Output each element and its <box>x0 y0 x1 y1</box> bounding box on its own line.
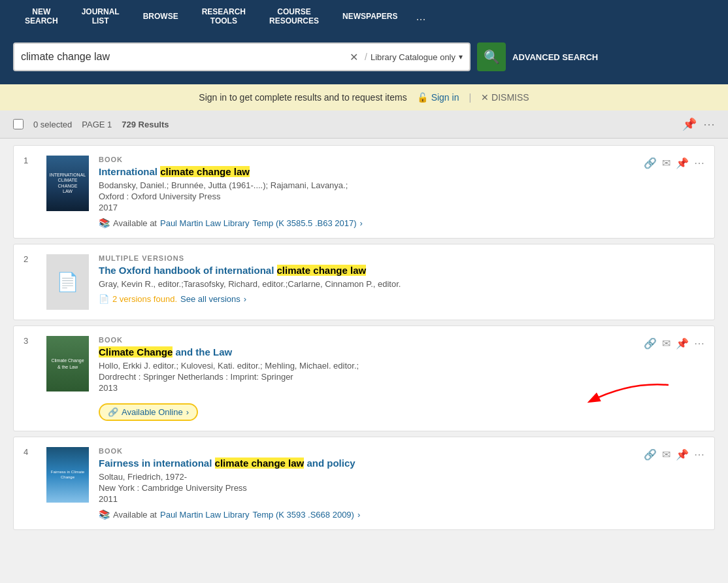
book-thumbnail: INTERNATIONALCLIMATECHANGELAW <box>46 156 89 211</box>
see-all-versions-link[interactable]: See all versions <box>180 294 240 304</box>
nav-course-resources[interactable]: COURSE RESOURCES <box>257 7 331 26</box>
email-icon[interactable]: ✉ <box>662 157 670 169</box>
selected-count: 0 selected <box>33 120 72 129</box>
result-year: 2011 <box>99 494 634 504</box>
nav-browse[interactable]: BROWSE <box>131 12 190 21</box>
result-type: BOOK <box>99 447 634 455</box>
results-actions: 📌 ⋯ <box>682 117 715 131</box>
table-row: 2 📄 MULTIPLE VERSIONS The Oxford handboo… <box>13 244 715 320</box>
search-button[interactable]: 🔍 <box>477 42 506 71</box>
versions-found: 📄 2 versions found. See all versions › <box>99 294 704 304</box>
pin-icon[interactable]: 📌 <box>682 117 697 131</box>
nav-newspapers[interactable]: NEWSPAPERS <box>331 12 409 21</box>
results-header: 0 selected PAGE 1 729 Results 📌 ⋯ <box>0 110 728 139</box>
pin-icon[interactable]: 📌 <box>676 448 689 461</box>
signin-message: Sign in to get complete results and to r… <box>199 92 406 103</box>
versions-icon: 📄 <box>99 294 109 304</box>
result-author: Bodansky, Daniel.; Brunnée, Jutta (1961-… <box>99 180 634 190</box>
result-content: BOOK International climate change law Bo… <box>99 156 634 228</box>
search-clear-button[interactable]: ✕ <box>346 51 361 63</box>
more-options-icon[interactable]: ⋯ <box>703 117 715 131</box>
pin-icon[interactable]: 📌 <box>676 337 689 350</box>
book-thumbnail: 📄 <box>46 254 89 310</box>
search-scope-selector[interactable]: Library Catalogue only ▾ <box>371 52 463 62</box>
book-cover: Climate Change& the Law <box>46 336 89 391</box>
availability-label: Available at <box>113 218 157 228</box>
result-title[interactable]: International climate change law <box>99 166 634 177</box>
nav-journal-list[interactable]: JOURNAL LIST <box>70 7 131 26</box>
result-content: BOOK Fairness in international climate c… <box>99 447 634 520</box>
availability-icon: 📚 <box>99 218 110 228</box>
available-online-label: Available Online <box>122 407 183 417</box>
result-availability: 📚 Available at Paul Martin Law Library T… <box>99 218 634 228</box>
results-count: 729 Results <box>122 120 169 129</box>
more-icon[interactable]: ⋯ <box>694 337 704 350</box>
result-number: 4 <box>24 447 37 520</box>
result-title[interactable]: Climate Change and the Law <box>99 346 634 358</box>
result-number: 3 <box>24 336 37 421</box>
nav-new-search[interactable]: NEW SEARCH <box>13 7 70 26</box>
book-thumbnail: Climate Change& the Law <box>46 336 89 391</box>
select-all-checkbox[interactable] <box>13 119 24 129</box>
result-author: Hollo, Erkki J. editor.; Kulovesi, Kati.… <box>99 361 634 371</box>
dismiss-button[interactable]: ✕ DISMISS <box>481 92 529 103</box>
availability-callnumber[interactable]: Temp (K 3585.5 .B63 2017) <box>253 218 357 228</box>
signin-link[interactable]: 🔓 Sign in <box>417 92 459 103</box>
result-number: 1 <box>24 156 37 228</box>
result-content: MULTIPLE VERSIONS The Oxford handbook of… <box>99 254 704 310</box>
search-icon: 🔍 <box>484 49 500 65</box>
search-input[interactable] <box>21 51 346 63</box>
separator: | <box>469 92 471 103</box>
arrow-annotation <box>551 375 682 414</box>
result-title[interactable]: The Oxford handbook of international cli… <box>99 265 704 276</box>
search-scope-label: Library Catalogue only <box>371 52 455 62</box>
chevron-right-icon: › <box>244 294 246 304</box>
link-icon[interactable]: 🔗 <box>644 448 657 461</box>
chevron-right-icon: › <box>357 510 360 520</box>
result-actions: 🔗 ✉ 📌 ⋯ <box>644 156 704 228</box>
table-row: 3 Climate Change& the Law BOOK Climate C… <box>13 325 715 431</box>
multi-version-icon: 📄 <box>46 254 89 310</box>
table-row: 1 INTERNATIONALCLIMATECHANGELAW BOOK Int… <box>13 145 715 239</box>
result-type: BOOK <box>99 156 634 163</box>
result-title[interactable]: Fairness in international climate change… <box>99 458 634 469</box>
dismiss-label: DISMISS <box>491 92 529 103</box>
table-row: 4 Fairness in Climate Change BOOK Fairne… <box>13 437 715 530</box>
availability-callnumber[interactable]: Temp (K 3593 .S668 2009) <box>253 510 354 520</box>
advanced-search-link[interactable]: ADVANCED SEARCH <box>512 52 598 62</box>
chevron-right-icon: › <box>360 218 363 228</box>
search-box: ✕ / Library Catalogue only ▾ <box>13 42 471 71</box>
result-publisher: New York : Cambridge University Press <box>99 483 634 493</box>
versions-count: 2 versions found. <box>112 294 177 304</box>
link-icon[interactable]: 🔗 <box>644 337 657 350</box>
chevron-right-icon: › <box>186 407 189 417</box>
email-icon[interactable]: ✉ <box>662 337 670 350</box>
result-content: BOOK Climate Change and the Law Hollo, E… <box>99 336 634 421</box>
book-thumbnail: Fairness in Climate Change <box>46 447 89 503</box>
link-icon: 🔗 <box>108 407 118 417</box>
signin-label[interactable]: Sign in <box>431 92 459 103</box>
link-icon[interactable]: 🔗 <box>644 157 657 169</box>
close-icon: ✕ <box>481 92 489 103</box>
pin-icon[interactable]: 📌 <box>676 157 689 169</box>
result-year: 2017 <box>99 203 634 212</box>
result-type: MULTIPLE VERSIONS <box>99 254 704 262</box>
email-icon[interactable]: ✉ <box>662 448 670 461</box>
top-navigation: NEW SEARCH JOURNAL LIST BROWSE RESEARCH … <box>0 0 728 33</box>
more-icon[interactable]: ⋯ <box>694 157 704 169</box>
available-online-button[interactable]: 🔗 Available Online › <box>99 403 198 421</box>
result-type: BOOK <box>99 336 634 344</box>
result-author: Gray, Kevin R., editor.;Tarasofsky, Rich… <box>99 279 704 289</box>
result-availability: 📚 Available at Paul Martin Law Library T… <box>99 509 634 520</box>
signin-banner: Sign in to get complete results and to r… <box>0 84 728 110</box>
availability-location[interactable]: Paul Martin Law Library <box>160 218 250 228</box>
book-cover: INTERNATIONALCLIMATECHANGELAW <box>46 156 89 211</box>
search-area: ✕ / Library Catalogue only ▾ 🔍 ADVANCED … <box>0 33 728 84</box>
availability-label: Available at <box>113 510 157 520</box>
result-actions: 🔗 ✉ 📌 ⋯ <box>644 447 704 520</box>
nav-more-button[interactable]: ... <box>410 10 433 24</box>
more-icon[interactable]: ⋯ <box>694 448 704 461</box>
search-divider: / <box>361 52 371 62</box>
availability-location[interactable]: Paul Martin Law Library <box>160 510 250 520</box>
nav-research-tools[interactable]: RESEARCH TOOLS <box>190 7 257 26</box>
